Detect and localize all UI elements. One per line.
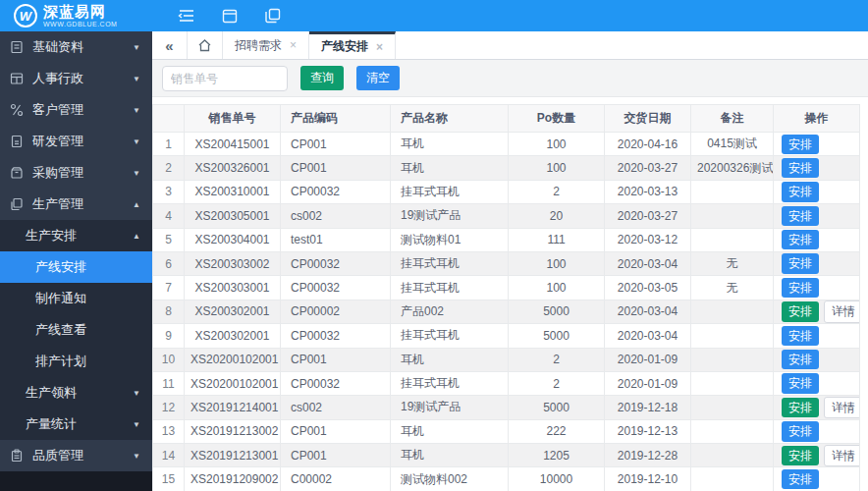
share-icon: [10, 103, 25, 118]
po-quantity: 100: [509, 133, 605, 156]
table-area: 销售单号产品编码产品名称Po数量交货日期备注操作 1XS200415001CP0…: [152, 97, 868, 491]
detail-button[interactable]: 详情: [824, 445, 860, 466]
row-actions: 安排: [774, 133, 860, 156]
app-window: W 深蓝易网 WWW.GDBLUE.COM: [0, 0, 868, 491]
row-index: 8: [153, 300, 185, 323]
product-name: 测试物料01: [391, 228, 509, 251]
table-row: 10XS20200102001CP001耳机22020-01-09安排: [153, 348, 860, 371]
sidebar-item-label: 基础资料: [32, 38, 83, 56]
row-index: 12: [153, 396, 185, 419]
arrange-button[interactable]: 安排: [782, 230, 819, 249]
sidebar-item-rd-mgmt[interactable]: 研发管理▼: [0, 126, 152, 157]
collapse-tabs-icon[interactable]: «: [152, 31, 188, 59]
tab-close-icon[interactable]: ×: [376, 40, 383, 54]
product-name: 19测试产品: [391, 204, 509, 228]
column-header: 销售单号: [185, 105, 281, 133]
product-name: 耳机: [391, 419, 509, 443]
row-index: 1: [153, 133, 185, 156]
table-row: 5XS200304001test01测试物料011112020-03-12安排: [153, 228, 860, 251]
tab-label: 产线安排: [321, 38, 368, 55]
arrange-button[interactable]: 安排: [782, 398, 819, 417]
sales-order-no: XS200302001: [185, 300, 281, 323]
sales-order-no: XS20200102001: [185, 348, 281, 371]
product-code: test01: [281, 228, 391, 251]
detail-button[interactable]: 详情: [824, 300, 860, 322]
sidebar-item-output-stats[interactable]: 产量统计▼: [0, 409, 152, 440]
sidebar-item-label: 客户管理: [32, 101, 83, 119]
delivery-date: 2020-03-13: [605, 180, 691, 203]
sidebar-item-hr-admin[interactable]: 人事行政▼: [0, 63, 152, 94]
menu-fold-icon[interactable]: [178, 7, 195, 25]
arrange-button[interactable]: 安排: [782, 135, 819, 154]
sidebar-item-make-notice[interactable]: 制作通知: [0, 283, 152, 314]
delivery-date: 2020-03-12: [605, 228, 691, 251]
clear-button[interactable]: 清空: [356, 66, 400, 89]
table-row: 11XS20200102001CP00032挂耳式耳机22020-01-09安排: [153, 371, 860, 395]
file-icon: [10, 135, 25, 149]
arrange-button[interactable]: 安排: [782, 278, 819, 298]
po-quantity: 2: [509, 180, 605, 203]
po-quantity: 100: [509, 156, 605, 180]
tab-close-icon[interactable]: ×: [290, 38, 297, 52]
copy-icon: [10, 197, 25, 212]
row-actions: 安排: [774, 419, 860, 443]
arrange-button[interactable]: 安排: [782, 158, 819, 178]
arrange-button[interactable]: 安排: [782, 301, 819, 321]
tab-recruit-demand[interactable]: 招聘需求 ×: [223, 31, 309, 59]
arrange-button[interactable]: 安排: [782, 253, 819, 273]
arrange-button[interactable]: 安排: [782, 182, 819, 201]
row-index: 13: [153, 419, 185, 443]
window-icon[interactable]: [221, 7, 239, 25]
column-header: 备注: [691, 105, 774, 133]
po-quantity: 1205: [509, 444, 605, 467]
remark: 0415测试: [691, 133, 774, 156]
arrange-button[interactable]: 安排: [782, 206, 819, 226]
remark: 20200326测试: [691, 156, 774, 180]
chevron-down-icon: ▼: [133, 75, 140, 83]
row-actions: 安排: [774, 180, 860, 203]
tab-line-arrange[interactable]: 产线安排 ×: [309, 31, 396, 59]
arrange-button[interactable]: 安排: [782, 469, 819, 489]
sidebar-item-basic-data[interactable]: 基础资料▼: [0, 31, 152, 63]
table-row: 15XS20191209002C00002测试物料002100002019-12…: [153, 467, 860, 491]
table-row: 8XS200302001CP00002产品00250002020-03-04安排…: [153, 300, 860, 323]
sidebar-item-production-arrange[interactable]: 生产安排▲: [0, 220, 152, 251]
arrange-button[interactable]: 安排: [782, 373, 819, 393]
arrange-button[interactable]: 安排: [782, 446, 819, 465]
product-name: 耳机: [391, 156, 509, 180]
chevron-up-icon: ▲: [133, 200, 140, 209]
sidebar-item-line-view[interactable]: 产线查看: [0, 314, 152, 346]
sales-order-no: XS200305001: [185, 204, 281, 228]
remark: [691, 444, 774, 467]
po-quantity: 2: [509, 348, 605, 371]
row-actions: 安排: [774, 371, 860, 395]
product-name: 挂耳式耳机: [391, 276, 509, 300]
product-code: CP00032: [281, 276, 391, 300]
arrange-button[interactable]: 安排: [782, 326, 819, 346]
sidebar-item-line-arrange[interactable]: 产线安排: [0, 251, 152, 283]
po-quantity: 20: [509, 204, 605, 228]
detail-button[interactable]: 详情: [824, 397, 860, 418]
sidebar-item-schedule-plan[interactable]: 排产计划: [0, 346, 152, 377]
sidebar-item-quality-mgmt[interactable]: 品质管理▼: [0, 440, 152, 471]
sales-order-input[interactable]: [162, 66, 288, 91]
copy-icon[interactable]: [264, 7, 282, 25]
arrange-button[interactable]: 安排: [782, 350, 819, 369]
product-name: 耳机: [391, 348, 509, 371]
home-icon[interactable]: [188, 31, 223, 59]
arrange-button[interactable]: 安排: [782, 421, 819, 441]
sidebar-item-customer-mgmt[interactable]: 客户管理▼: [0, 94, 152, 126]
table-row: 13XS20191213002CP001耳机2222019-12-13安排: [153, 419, 860, 443]
chevron-down-icon: ▼: [133, 420, 140, 429]
row-actions: 安排: [774, 228, 860, 251]
sidebar-item-purchase-mgmt[interactable]: 采购管理▼: [0, 157, 152, 189]
sales-order-no: XS200326001: [185, 156, 281, 180]
logo: W 深蓝易网 WWW.GDBLUE.COM: [0, 0, 152, 31]
row-index: 6: [153, 251, 185, 275]
product-code: CP001: [281, 419, 391, 443]
sidebar-item-production-mgmt[interactable]: 生产管理▲: [0, 189, 152, 220]
query-button[interactable]: 查询: [300, 66, 344, 89]
sidebar-item-material-request[interactable]: 生产领料▼: [0, 377, 152, 409]
row-index: 5: [153, 228, 185, 251]
table-row: 4XS200305001cs00219测试产品202020-03-27安排: [153, 204, 860, 228]
